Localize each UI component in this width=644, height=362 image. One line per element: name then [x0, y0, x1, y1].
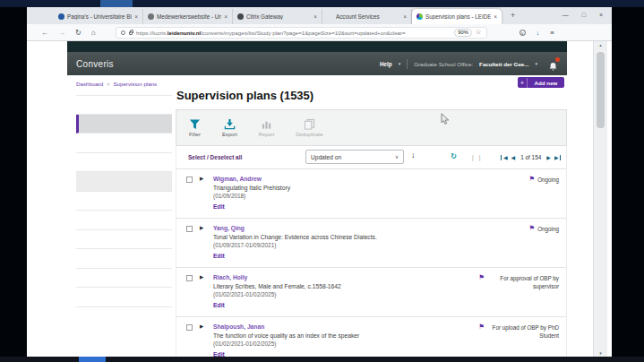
- list-item: ▶ Wigman, Andrew Triangulating Italic Pr…: [176, 169, 566, 219]
- menu-icon[interactable]: ≡: [550, 29, 554, 37]
- tab-bar: Pagina's - Universitaire Bibl × Medewerk…: [27, 7, 612, 24]
- account-name[interactable]: Faculteit der Gee...: [479, 61, 528, 67]
- deduplicate-icon: [304, 118, 315, 130]
- breadcrumb-current[interactable]: Supervision plans: [113, 81, 157, 87]
- plan-title: Literary Scribes, Male and Female, c.155…: [213, 283, 341, 289]
- sort-direction-button[interactable]: ↓: [411, 151, 416, 159]
- back-icon[interactable]: ←: [41, 29, 48, 37]
- sidebar-item[interactable]: [76, 172, 172, 192]
- shield-icon[interactable]: [121, 30, 125, 35]
- page-size-link[interactable]: [477, 154, 484, 160]
- edit-link[interactable]: Edit: [213, 253, 225, 259]
- deduplicate-button[interactable]: Deduplicate: [296, 118, 323, 137]
- notification-badge: [555, 57, 560, 62]
- person-name-link[interactable]: Shalpoush, Janan: [213, 323, 264, 330]
- select-deselect-all-link[interactable]: Select / Deselect all: [188, 154, 242, 160]
- add-new-button[interactable]: + Add new: [518, 77, 564, 88]
- status-text: Ongoing: [537, 225, 559, 233]
- sidebar-item[interactable]: [76, 230, 172, 250]
- forward-icon[interactable]: →: [58, 29, 65, 37]
- person-name-link[interactable]: Riach, Holly: [213, 274, 247, 280]
- lock-icon[interactable]: [129, 31, 133, 35]
- page-scrollbar[interactable]: ▴ ▾: [593, 41, 607, 357]
- plan-title: Triangulating Italic Prehistory: [213, 185, 290, 191]
- expand-arrow-icon[interactable]: ▶: [200, 226, 203, 231]
- zoom-level-badge[interactable]: 90%: [454, 29, 472, 37]
- sidebar-item[interactable]: [76, 211, 172, 230]
- scrollbar-down-icon[interactable]: ▾: [594, 350, 607, 356]
- row-checkbox[interactable]: [186, 177, 193, 183]
- sidebar-item[interactable]: [76, 249, 172, 269]
- notifications-bell-icon[interactable]: [548, 59, 558, 69]
- tab-favicon-icon: [237, 13, 244, 20]
- browser-tab[interactable]: Supervision plans - LEIDEN ×: [412, 9, 502, 24]
- filter-button[interactable]: Filter: [189, 118, 201, 137]
- new-tab-button[interactable]: +: [511, 11, 515, 20]
- page-size-link[interactable]: [469, 154, 477, 160]
- expand-arrow-icon[interactable]: ▶: [200, 324, 203, 330]
- header-right: Help ▾ Graduate School Office: Faculteit…: [380, 59, 558, 69]
- edit-link[interactable]: Edit: [213, 302, 225, 308]
- url-bar[interactable]: https://lucris.leidenuniv.nl/converis/my…: [116, 27, 487, 39]
- person-name-link[interactable]: Yang, Qing: [213, 225, 245, 231]
- tab-favicon-icon: [58, 13, 64, 20]
- mouse-cursor: [441, 113, 450, 125]
- reload-icon[interactable]: ↻: [75, 29, 82, 37]
- filter-icon: [189, 118, 201, 130]
- browser-tab[interactable]: Medewerkerswebsite - Univ ×: [143, 9, 233, 24]
- tab-close-icon[interactable]: ×: [224, 13, 228, 20]
- report-icon: [261, 118, 272, 130]
- sidebar-item[interactable]: [76, 153, 172, 173]
- list-item: ▶ Yang, Qing Tonal Variation in Change: …: [176, 219, 566, 268]
- tab-close-icon[interactable]: ×: [313, 13, 317, 20]
- close-button[interactable]: ×: [599, 9, 603, 22]
- status: ⚑ For approval of OBP by supervisor: [478, 274, 559, 290]
- help-menu[interactable]: Help: [380, 61, 392, 67]
- sidebar-item[interactable]: [76, 95, 172, 115]
- home-icon[interactable]: ⌂: [91, 29, 96, 37]
- previous-page-icon[interactable]: ◀: [511, 155, 516, 160]
- scrollbar-up-icon[interactable]: ▴: [594, 42, 607, 47]
- sidebar-item[interactable]: [76, 115, 172, 134]
- pagination: ◀ ◀ 1 of 154 ▶ ▶: [501, 154, 561, 160]
- first-page-icon[interactable]: ◀: [501, 155, 507, 160]
- report-button[interactable]: Report: [259, 118, 274, 137]
- export-button[interactable]: Export: [222, 118, 237, 137]
- edit-link[interactable]: Edit: [213, 203, 225, 210]
- tab-close-icon[interactable]: ×: [403, 13, 407, 20]
- scrollbar-thumb[interactable]: [597, 52, 605, 128]
- minimize-button[interactable]: —: [562, 9, 569, 22]
- bookmark-star-icon[interactable]: ☆: [476, 29, 482, 36]
- tab-favicon-icon: [416, 13, 423, 20]
- next-page-icon[interactable]: ▶: [546, 155, 551, 160]
- expand-arrow-icon[interactable]: ▶: [200, 177, 203, 182]
- tab-title: Medewerkerswebsite - Univ: [157, 13, 221, 20]
- row-checkbox[interactable]: [186, 324, 193, 331]
- sidebar-item[interactable]: [76, 288, 172, 307]
- person-name-link[interactable]: Wigman, Andrew: [213, 176, 262, 182]
- row-checkbox[interactable]: [186, 275, 193, 281]
- pocket-icon[interactable]: ∨: [519, 30, 526, 36]
- sidebar-item[interactable]: [76, 269, 172, 289]
- breadcrumb-dashboard-link[interactable]: Dashboard: [76, 81, 103, 87]
- sidebar-item[interactable]: [76, 134, 172, 153]
- sidebar-item[interactable]: [76, 192, 172, 211]
- row-checkbox[interactable]: [186, 226, 193, 232]
- download-icon[interactable]: ↓: [537, 29, 540, 37]
- sidebar: [76, 95, 172, 307]
- browser-tab[interactable]: Account Services ×: [322, 9, 412, 24]
- account-role-prefix: Graduate School Office:: [414, 61, 473, 67]
- refresh-icon[interactable]: ↻: [451, 151, 457, 160]
- last-page-icon[interactable]: ▶: [554, 155, 561, 160]
- browser-tab[interactable]: Citrix Gateway ×: [233, 9, 322, 24]
- maximize-button[interactable]: □: [582, 9, 586, 22]
- converis-header: Converis Help ▾ Graduate School Office: …: [67, 52, 567, 75]
- help-caret-icon: ▾: [399, 61, 401, 66]
- browser-tab[interactable]: Pagina's - Universitaire Bibl ×: [54, 9, 143, 24]
- sort-dropdown[interactable]: Updated on ∨: [305, 150, 404, 164]
- converis-brand[interactable]: Converis: [76, 59, 114, 69]
- tab-close-icon[interactable]: ×: [134, 13, 138, 20]
- plan-dates: (01/09/2018): [213, 193, 245, 199]
- expand-arrow-icon[interactable]: ▶: [200, 275, 203, 280]
- tab-close-icon[interactable]: ×: [494, 13, 497, 20]
